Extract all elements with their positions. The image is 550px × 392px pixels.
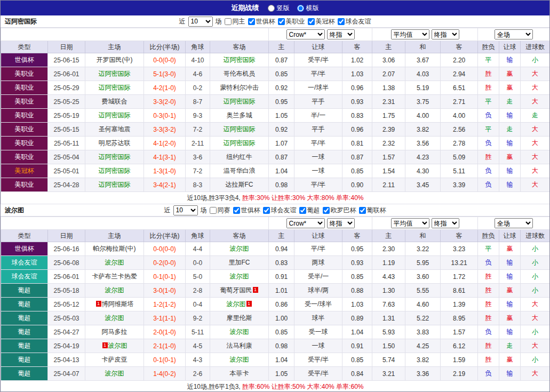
checkbox-input[interactable]	[359, 207, 366, 214]
col-header: 主	[372, 41, 405, 53]
odds-company-select[interactable]: Crow*	[286, 218, 325, 228]
home-team: 迈阿密国际	[85, 109, 144, 123]
ah-away-odds: 0.83	[342, 109, 372, 123]
avg-final-select[interactable]: 终指	[432, 218, 459, 228]
match-row: 葡超25-05-18波尔图3-0(1-0)2-8葡萄牙国民11.01球半/两0.…	[1, 284, 550, 298]
checkbox-input[interactable]	[323, 207, 330, 214]
odds-company-select[interactable]: Crow*	[286, 29, 325, 39]
match-count-select[interactable]: 10	[188, 17, 213, 27]
result-badge: 胜	[478, 81, 499, 95]
score: 3-3(3-2)	[144, 123, 186, 137]
corners: 2-6	[186, 367, 210, 381]
score: 4-1(3-1)	[144, 150, 186, 164]
filter-checkbox[interactable]: 葡超	[299, 206, 320, 215]
eu-draw-odds: 3.82	[405, 123, 441, 137]
ah-home-odds: 0.87	[269, 53, 294, 67]
eu-home-odds: 3.06	[372, 53, 405, 67]
home-team: 阿马多拉	[85, 325, 144, 339]
result-badge: 负	[478, 256, 499, 270]
checkbox-input[interactable]	[278, 18, 285, 25]
away-team: 本菲卡	[210, 367, 269, 381]
match-count-select[interactable]: 10	[173, 205, 198, 215]
avg-final-select[interactable]: 终指	[432, 29, 459, 39]
checkbox-input[interactable]	[248, 18, 255, 25]
avg-odds-select[interactable]: 平均值	[391, 218, 429, 228]
ah-home-odds: 0.83	[269, 256, 294, 270]
ah-away-odds: 0.96	[342, 123, 372, 137]
team-label: 奥兰多城	[227, 111, 252, 119]
checkbox-label: 美冠杯	[316, 17, 335, 26]
corners: 2-8	[186, 284, 210, 298]
filter-checkbox[interactable]: 同赛	[210, 206, 230, 215]
col-header: 让球	[294, 41, 342, 53]
filter-checkbox[interactable]: 世俱杯	[248, 17, 275, 26]
goals-result-badge: 小	[521, 53, 550, 67]
col-header: 主场	[85, 230, 144, 242]
ah-away-odds: 0.85	[342, 353, 372, 367]
away-team: 迈阿密国际	[210, 123, 269, 137]
ah-home-odds: 0.91	[269, 270, 294, 284]
handicap-result-badge: 走	[499, 339, 521, 353]
filter-checkbox[interactable]: 同主	[225, 17, 245, 26]
match-filter: 近10场同主世俱杯美职业美冠杯球会友谊	[179, 17, 371, 27]
checkbox-input[interactable]	[263, 207, 270, 214]
team-label: 迈阿密国际	[99, 181, 131, 188]
layout-option-vertical[interactable]: 竖版	[268, 4, 290, 13]
eu-away-odds: 1.57	[441, 325, 478, 339]
ah-line: 球半/两	[294, 284, 342, 298]
match-row: 美职业25-06-01迈阿密国际5-1(3-0)4-6哥伦布机员0.85平/半1…	[1, 67, 550, 81]
checkbox-input[interactable]	[308, 18, 315, 25]
eu-home-odds: 7.63	[372, 298, 405, 311]
odds-final-select[interactable]: 终指	[327, 218, 355, 228]
result-badge: 负	[478, 325, 499, 339]
eu-draw-odds: 4.23	[405, 150, 441, 164]
match-date: 25-06-16	[48, 242, 85, 256]
eu-away-odds: 6.12	[441, 339, 478, 353]
team-name: 波尔图	[5, 206, 24, 215]
goals-result-badge: 大	[521, 81, 550, 95]
odds-final-select[interactable]: 终指	[327, 29, 355, 39]
scope-select[interactable]: 全场	[495, 218, 533, 228]
team-label: 波尔图	[230, 328, 249, 335]
layout-option-horizontal[interactable]: 横版	[297, 4, 319, 13]
filter-checkbox[interactable]: 球会友谊	[338, 17, 371, 26]
eu-home-odds: 1.38	[372, 81, 405, 95]
filter-checkbox[interactable]: 欧罗巴杯	[323, 206, 356, 215]
corners: 8-3	[186, 178, 210, 192]
ah-home-odds: 1.05	[269, 109, 294, 123]
scope-select[interactable]: 全场	[495, 29, 533, 39]
team-label: 费城联合	[102, 98, 127, 105]
corners: 4-10	[186, 53, 210, 67]
filter-checkbox[interactable]: 美职业	[278, 17, 305, 26]
corners: 4-5	[186, 339, 210, 353]
filter-checkbox[interactable]: 美冠杯	[308, 17, 335, 26]
match-row: 美职业25-05-15圣何塞地震3-3(3-2)7-2迈阿密国际0.92平手0.…	[1, 123, 550, 137]
horizontal-radio-input[interactable]	[297, 5, 304, 12]
competition-badge: 美职业	[1, 150, 48, 164]
checkbox-input[interactable]	[210, 207, 217, 214]
away-team: 里加FC	[210, 256, 269, 270]
ah-away-odds: 0.91	[342, 339, 372, 353]
col-header: 主	[372, 230, 405, 242]
ah-home-odds: 0.95	[269, 95, 294, 109]
filter-checkbox[interactable]: 球会友谊	[263, 206, 297, 215]
away-team: 奥兰多城	[210, 109, 269, 123]
checkbox-input[interactable]	[338, 18, 345, 25]
score: 3-4(2-1)	[144, 178, 186, 192]
vertical-radio-input[interactable]	[268, 5, 275, 12]
filter-checkbox[interactable]: 葡联杯	[359, 206, 386, 215]
checkbox-input[interactable]	[225, 18, 232, 25]
match-row: 美职业25-05-19迈阿密国际0-3(0-1)9-3奥兰多城1.05半/一0.…	[1, 109, 550, 123]
checkbox-input[interactable]	[299, 207, 306, 214]
away-team: 波尔图	[210, 242, 269, 256]
handicap-result-badge: 赢	[499, 81, 521, 95]
avg-odds-select[interactable]: 平均值	[391, 29, 429, 39]
checkbox-input[interactable]	[233, 207, 240, 214]
eu-home-odds: 1.30	[372, 284, 405, 298]
summary-record: 近10场,胜3平3负4,	[187, 194, 242, 202]
eu-away-odds: 2.20	[441, 53, 478, 67]
filter-checkbox[interactable]: 世俱杯	[233, 206, 260, 215]
away-team: 哥伦布机员	[210, 67, 269, 81]
ah-line: 受平/半	[294, 353, 342, 367]
eu-home-odds: 2.07	[372, 67, 405, 81]
